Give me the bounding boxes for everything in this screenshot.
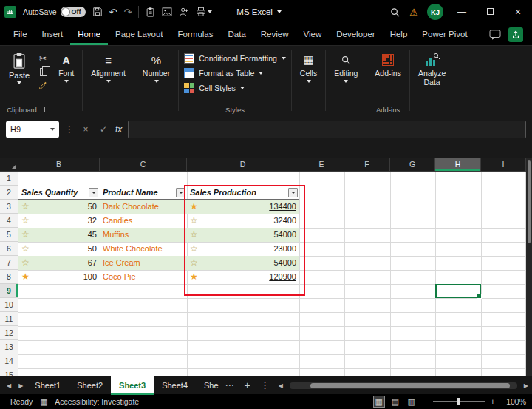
formula-bar-handle[interactable]: ⋮	[65, 124, 74, 135]
vertical-scrollbar[interactable]	[526, 158, 532, 376]
format-as-table-button[interactable]: Format as Table	[184, 66, 263, 81]
excel-logo-icon[interactable]	[4, 6, 16, 18]
window-title[interactable]: MS Excel	[236, 7, 282, 16]
share-button[interactable]	[508, 27, 523, 42]
font-group-button[interactable]: A Font	[52, 49, 80, 115]
row-header-14[interactable]: 14	[0, 354, 18, 368]
analyze-data-button[interactable]: AnalyzeData	[412, 49, 451, 115]
search-icon[interactable]	[389, 7, 400, 18]
cell-quantity[interactable]: 32	[29, 214, 97, 228]
sheet-tab-sheet5-truncated[interactable]: She	[196, 376, 220, 395]
row-header-4[interactable]: 4	[0, 214, 18, 228]
more-sheets-icon[interactable]: ⋯	[220, 380, 239, 391]
avatar[interactable]: KJ	[427, 4, 443, 20]
cell-styles-button[interactable]: Cell Styles	[184, 81, 245, 95]
row-header-6[interactable]: 6	[0, 242, 18, 256]
row-header-11[interactable]: 11	[0, 312, 18, 326]
cell-product[interactable]: White Chocolate	[103, 242, 163, 256]
header-sales-quantity[interactable]: Sales Quantity	[21, 186, 78, 199]
column-header-I[interactable]: I	[481, 158, 526, 172]
cut-icon[interactable]: ✂	[39, 53, 47, 64]
menu-tab-insert[interactable]: Insert	[35, 24, 71, 45]
accessibility-status[interactable]: Accessibility: Investigate	[55, 397, 139, 406]
cell-quantity[interactable]: 100	[29, 270, 97, 284]
formula-input[interactable]	[128, 121, 526, 138]
person-add-icon[interactable]	[179, 7, 189, 17]
sheet-tab-sheet2[interactable]: Sheet2	[69, 376, 111, 395]
filter-dropdown-icon[interactable]	[89, 188, 98, 197]
copy-icon[interactable]	[40, 68, 47, 76]
cell-product[interactable]: Muffins	[103, 228, 129, 242]
paste-button[interactable]: Paste	[4, 50, 34, 89]
clipboard-icon[interactable]	[146, 7, 155, 17]
menu-tab-home[interactable]: Home	[70, 24, 108, 45]
selected-cell[interactable]	[435, 284, 481, 298]
zoom-slider-thumb[interactable]	[457, 398, 460, 405]
header-product-name[interactable]: Product Name	[103, 186, 158, 199]
hscroll-right-icon[interactable]: ▶	[520, 382, 532, 389]
grid-cells[interactable]: Sales Quantity Product Name Sales Produc…	[18, 172, 526, 376]
row-header-9[interactable]: 9	[0, 284, 18, 298]
column-header-B[interactable]: B	[18, 158, 100, 172]
row-header-12[interactable]: 12	[0, 326, 18, 340]
row-header-13[interactable]: 13	[0, 340, 18, 354]
zoom-slider[interactable]	[433, 401, 485, 402]
sheet-tab-sheet4[interactable]: Sheet4	[154, 376, 196, 395]
column-header-H[interactable]: H	[435, 158, 481, 172]
cell-quantity[interactable]: 67	[29, 256, 97, 270]
cell-product[interactable]: Coco Pie	[103, 270, 136, 284]
close-button[interactable]: ×	[508, 6, 528, 18]
normal-view-button[interactable]: ▦	[374, 396, 384, 407]
cell-quantity[interactable]: 50	[29, 200, 97, 214]
row-header-7[interactable]: 7	[0, 256, 18, 270]
autosave-toggle[interactable]: AutoSave Off	[23, 7, 86, 17]
row-header-15[interactable]: 15	[0, 368, 18, 376]
menu-tab-power-pivot[interactable]: Power Pivot	[415, 24, 474, 45]
zoom-in-button[interactable]: +	[491, 397, 495, 406]
menu-tab-data[interactable]: Data	[221, 24, 253, 45]
cell-product[interactable]: Dark Chocolate	[103, 200, 159, 214]
row-header-5[interactable]: 5	[0, 228, 18, 242]
redo-icon[interactable]: ↷	[123, 7, 132, 17]
warning-icon[interactable]: ⚠	[409, 7, 418, 18]
menu-tab-page-layout[interactable]: Page Layout	[108, 24, 171, 45]
row-header-3[interactable]: 3	[0, 200, 18, 214]
column-header-C[interactable]: C	[100, 158, 187, 172]
page-break-view-button[interactable]: ▥	[406, 396, 417, 407]
vertical-scrollbar-thumb[interactable]	[528, 160, 531, 243]
zoom-out-button[interactable]: −	[423, 397, 427, 406]
menu-tab-help[interactable]: Help	[383, 24, 415, 45]
row-header-1[interactable]: 1	[0, 172, 18, 186]
menu-tab-file[interactable]: File	[6, 24, 35, 45]
menu-tab-formulas[interactable]: Formulas	[171, 24, 221, 45]
sheet-options-kebab-icon[interactable]: ⋮	[256, 380, 275, 391]
picture-icon[interactable]	[162, 7, 172, 16]
horizontal-scrollbar[interactable]	[290, 382, 517, 389]
sheet-nav-left-icon[interactable]: ◀	[3, 382, 15, 389]
maximize-button[interactable]	[480, 7, 499, 17]
cells-group-button[interactable]: ▦ Cells	[294, 49, 323, 115]
sheet-nav-right-icon[interactable]: ▶	[15, 382, 27, 389]
column-header-F[interactable]: F	[344, 158, 390, 172]
sheet-tab-sheet1[interactable]: Sheet1	[27, 376, 69, 395]
printer-icon[interactable]	[196, 7, 212, 17]
cell-product[interactable]: Candies	[103, 214, 132, 228]
alignment-group-button[interactable]: ≡ Alignment	[85, 49, 132, 115]
cell-product[interactable]: Ice Cream	[103, 256, 140, 270]
addins-button[interactable]: Add-ins	[369, 49, 407, 78]
cancel-entry-button[interactable]: ×	[80, 124, 92, 135]
column-header-G[interactable]: G	[390, 158, 435, 172]
menu-tab-view[interactable]: View	[296, 24, 330, 45]
cell-quantity[interactable]: 50	[29, 242, 97, 256]
add-sheet-button[interactable]: +	[239, 379, 256, 391]
conditional-formatting-button[interactable]: Conditional Formatting	[184, 51, 286, 66]
row-header-10[interactable]: 10	[0, 298, 18, 312]
page-layout-view-button[interactable]: ▤	[390, 396, 400, 407]
editing-group-button[interactable]: Editing	[328, 49, 364, 115]
name-box[interactable]: H9	[6, 121, 59, 138]
number-group-button[interactable]: % Number	[137, 49, 176, 115]
comment-icon[interactable]	[489, 30, 501, 40]
horizontal-scrollbar-thumb[interactable]	[310, 383, 510, 388]
cell-quantity[interactable]: 45	[29, 228, 97, 242]
sheet-tab-sheet3[interactable]: Sheet3	[111, 376, 154, 395]
